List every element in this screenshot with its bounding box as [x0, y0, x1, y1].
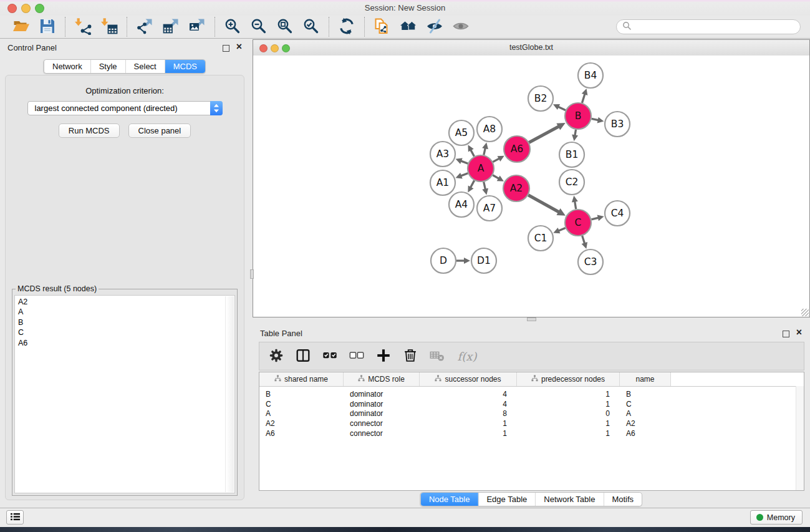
cell-predecessor-nodes[interactable]: 1 — [517, 419, 620, 428]
mcds-result-item[interactable]: A — [18, 307, 234, 317]
column-header-name[interactable]: name — [620, 372, 671, 386]
mcds-result-item[interactable]: C — [18, 327, 234, 337]
result-list-scrollbar[interactable] — [225, 296, 234, 492]
zoom-out-button[interactable] — [249, 17, 268, 36]
first-neighbors-button[interactable] — [399, 17, 418, 36]
graph-node-A3[interactable]: A3 — [430, 142, 455, 167]
graph-node-D1[interactable]: D1 — [471, 248, 496, 273]
cell-successor-nodes[interactable]: 1 — [420, 419, 517, 428]
cell-name[interactable]: B — [620, 390, 671, 399]
import-network-button[interactable] — [74, 17, 92, 36]
close-panel-button[interactable]: Close panel — [128, 123, 191, 138]
cell-successor-nodes[interactable]: 4 — [420, 400, 517, 409]
close-table-panel-icon[interactable]: × — [796, 327, 802, 337]
delete-columns-button[interactable] — [401, 347, 420, 365]
tab-select[interactable]: Select — [125, 60, 165, 73]
graph-edge-C-C3[interactable] — [582, 236, 588, 249]
graph-edge-A-A4[interactable] — [468, 180, 474, 192]
cell-name[interactable]: A2 — [620, 419, 671, 428]
cell-successor-nodes[interactable]: 8 — [420, 409, 517, 418]
graph-node-C[interactable]: C — [565, 210, 591, 236]
table-row[interactable]: Cdominator41C — [259, 399, 804, 409]
graph-edge-A2-C[interactable] — [528, 195, 566, 216]
graph-node-C2[interactable]: C2 — [559, 170, 584, 195]
tab-edge-table[interactable]: Edge Table — [478, 493, 535, 506]
graph-edge-D-D1[interactable] — [456, 258, 470, 264]
create-column-button[interactable] — [374, 347, 393, 365]
float-table-panel-icon[interactable] — [783, 331, 789, 337]
new-network-from-selection-button[interactable] — [373, 17, 392, 36]
table-row[interactable]: A2connector11A2 — [259, 418, 804, 428]
mcds-result-list[interactable]: A2ABCA6 — [14, 295, 235, 493]
memory-button[interactable]: Memory — [750, 510, 803, 525]
graph-node-B1[interactable]: B1 — [559, 142, 584, 167]
float-control-panel-icon[interactable] — [223, 45, 229, 52]
cell-name[interactable]: A — [620, 409, 671, 418]
open-session-button[interactable] — [12, 17, 31, 36]
refresh-view-button[interactable] — [337, 17, 356, 36]
close-control-panel-icon[interactable]: × — [236, 42, 242, 52]
cell-mcds-role[interactable]: connector — [344, 429, 420, 438]
graph-edge-B-B4[interactable] — [582, 89, 588, 103]
criterion-select[interactable]: largest connected component (directed) — [27, 101, 223, 115]
graph-edge-A-A7[interactable] — [482, 181, 488, 195]
save-session-button[interactable] — [38, 17, 57, 36]
show-all-button[interactable] — [451, 17, 470, 36]
graph-edge-A-A8[interactable] — [482, 142, 488, 155]
search-box[interactable] — [616, 19, 801, 34]
mcds-result-item[interactable]: A6 — [18, 338, 234, 348]
export-image-button[interactable] — [188, 17, 206, 36]
graph-node-B4[interactable]: B4 — [578, 63, 603, 88]
zoom-selected-button[interactable] — [302, 17, 321, 36]
cell-shared-name[interactable]: C — [259, 400, 344, 409]
task-history-button[interactable] — [6, 510, 24, 525]
graph-edge-A-A2[interactable] — [493, 175, 504, 181]
tab-network[interactable]: Network — [44, 60, 90, 73]
select-all-columns-button[interactable] — [321, 347, 339, 365]
graph-node-C3[interactable]: C3 — [578, 249, 603, 274]
toggle-columns-button[interactable] — [294, 347, 312, 365]
cell-mcds-role[interactable]: dominator — [344, 400, 420, 409]
graph-node-C4[interactable]: C4 — [605, 201, 630, 226]
cell-mcds-role[interactable]: dominator — [344, 409, 420, 418]
graph-node-A4[interactable]: A4 — [449, 192, 474, 217]
cell-predecessor-nodes[interactable]: 1 — [517, 429, 620, 438]
cell-name[interactable]: C — [620, 400, 671, 409]
tab-mcds[interactable]: MCDS — [165, 60, 205, 73]
cell-mcds-role[interactable]: connector — [344, 419, 420, 428]
graph-edge-A-A3[interactable] — [456, 158, 468, 164]
cell-successor-nodes[interactable]: 4 — [420, 390, 517, 399]
hide-selected-button[interactable] — [425, 17, 444, 36]
cell-predecessor-nodes[interactable]: 1 — [517, 400, 620, 409]
unselect-all-columns-button[interactable] — [347, 347, 366, 365]
graph-node-B[interactable]: B — [565, 103, 591, 129]
graph-edge-A-A5[interactable] — [468, 145, 475, 156]
cell-name[interactable]: A6 — [620, 429, 671, 438]
splitter-handle-bottom[interactable] — [527, 317, 536, 321]
cell-shared-name[interactable]: A2 — [259, 419, 344, 428]
search-input[interactable] — [634, 22, 794, 32]
graph-node-A5[interactable]: A5 — [449, 120, 474, 145]
table-settings-button[interactable] — [267, 347, 286, 365]
graph-node-A6[interactable]: A6 — [504, 136, 530, 162]
import-table-button[interactable] — [100, 17, 118, 36]
cell-shared-name[interactable]: A — [259, 409, 344, 418]
graph-node-B2[interactable]: B2 — [528, 86, 553, 111]
zoom-in-button[interactable] — [223, 17, 242, 36]
graph-node-B3[interactable]: B3 — [605, 112, 630, 137]
tab-motifs[interactable]: Motifs — [603, 493, 642, 506]
tab-network-table[interactable]: Network Table — [535, 493, 603, 506]
dropdown-stepper-icon[interactable] — [210, 101, 223, 115]
cell-predecessor-nodes[interactable]: 0 — [517, 409, 620, 418]
mcds-result-item[interactable]: B — [18, 317, 234, 327]
column-header-mcds-role[interactable]: MCDS role — [344, 372, 420, 386]
export-network-button[interactable] — [135, 17, 154, 36]
graph-edge-A-A1[interactable] — [456, 173, 468, 178]
cell-shared-name[interactable]: A6 — [259, 429, 344, 438]
table-row[interactable]: Bdominator41B — [259, 389, 804, 399]
column-header-shared-name[interactable]: shared name — [259, 372, 344, 386]
graph-edge-C-C1[interactable] — [553, 228, 565, 233]
network-canvas[interactable]: AA1A2A3A4A5A6A7A8BB1B2B3B4CC1C2C3C4DD1 — [253, 56, 809, 317]
run-mcds-button[interactable]: Run MCDS — [59, 123, 120, 138]
graph-node-A[interactable]: A — [468, 155, 494, 181]
